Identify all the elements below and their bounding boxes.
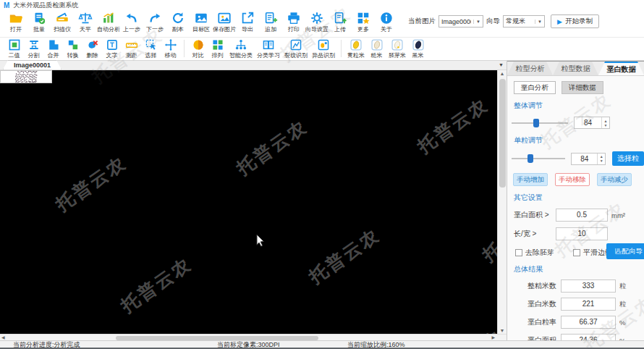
toolbar-button-label: 二值 — [9, 52, 20, 59]
about-icon — [379, 11, 394, 25]
horizontal-scrollbar-thumb[interactable] — [116, 336, 318, 340]
vertical-scrollbar-thumb[interactable] — [499, 79, 506, 188]
checkbox-0[interactable]: 去除胚芽 — [515, 248, 554, 258]
manual-button-1[interactable]: 手动移除 — [555, 173, 590, 186]
toolbar-button-label: 智能分类 — [229, 52, 253, 59]
start-record-button[interactable]: ▶ 开始录制 — [551, 14, 599, 28]
toolbar-button-label: 上一步 — [123, 26, 140, 33]
horizontal-scrollbar[interactable]: ◀ ▶ — [0, 334, 507, 340]
toolbar-button-brown-rice[interactable]: 糙米 — [367, 38, 386, 59]
toolbar-button-label: 打印 — [288, 26, 300, 33]
toolbar-button-merge[interactable]: 合并 — [43, 38, 63, 59]
manual-buttons-row: 手动增加手动移除手动减少 — [513, 173, 644, 186]
toolbar-button-export[interactable]: 导出 — [236, 11, 259, 33]
toolbar-button-binary[interactable]: 二值 — [4, 38, 24, 59]
wizard-select[interactable]: 常规米 ▼ — [503, 15, 545, 28]
status-zoom: 当前缩放比例:160% — [347, 341, 405, 348]
toolbar-button-convert[interactable]: 转换 — [63, 38, 82, 59]
single-adjust-spinbox[interactable]: 84 ▲▼ — [571, 153, 606, 165]
overall-adjust-spinbox[interactable]: 84 ▲▼ — [574, 117, 610, 129]
panel-tab-0[interactable]: 粒型分析 — [507, 62, 553, 75]
export-icon — [240, 11, 255, 25]
spinner-arrows-icon[interactable]: ▲▼ — [597, 154, 605, 164]
crack-recognition-icon — [289, 38, 302, 51]
toolbar-button-next-step[interactable]: 下一步 — [143, 11, 166, 33]
spinner-arrows-icon[interactable]: ▲▼ — [601, 117, 609, 128]
toolbar-button-measure[interactable]: 测距 — [122, 38, 141, 59]
toolbar-button-germ-rice[interactable]: 胚芽米 — [386, 38, 408, 59]
toolbar-button-about[interactable]: 关于 — [375, 11, 398, 33]
toolbar-button-crack-recognition[interactable]: 裂纹识别 — [282, 38, 310, 59]
checkbox-box-icon[interactable] — [573, 249, 580, 256]
rice-grain — [26, 73, 28, 75]
scroll-up-icon[interactable]: ▲ — [498, 71, 507, 76]
toolbar-button-append[interactable]: 追加 — [259, 11, 282, 33]
play-icon: ▶ — [557, 18, 562, 25]
setting-input[interactable]: 10 — [556, 227, 608, 240]
result-unit: % — [619, 319, 625, 327]
single-adjust-slider[interactable] — [512, 154, 565, 164]
match-wizard-button[interactable]: 匹配向导 — [606, 243, 644, 259]
toolbar-button-wizard-settings[interactable]: 向导设置 — [305, 11, 329, 33]
toolbar-button-scanner[interactable]: 扫描仪 — [51, 11, 74, 33]
overall-adjust-slider[interactable] — [512, 118, 568, 128]
result-value: 333 — [561, 279, 616, 293]
toolbar-button-prev-step[interactable]: 上一步 — [120, 11, 143, 33]
single-adjust-row: 84 ▲▼ 选择粒 — [512, 151, 644, 166]
select-grain-button[interactable]: 选择粒 — [612, 151, 644, 166]
rice-grain — [17, 77, 19, 77]
rice-grain — [35, 75, 38, 76]
toolbar-button-label: 选择 — [145, 52, 157, 59]
toolbar-button-split[interactable]: 分割 — [24, 38, 43, 59]
toolbar-button-save-image[interactable]: 保存图片 — [213, 11, 236, 33]
rice-grain — [20, 80, 22, 81]
rice-grain — [24, 80, 26, 81]
tab-list-caret-icon[interactable]: ▼ — [499, 62, 504, 67]
toolbar-button-select[interactable]: 选择 — [141, 38, 161, 59]
rice-grain — [33, 76, 35, 77]
toolbar-button-balance[interactable]: 天平 — [74, 11, 97, 33]
slider-thumb[interactable] — [533, 119, 539, 127]
toolbar-button-delete[interactable]: 删除 — [82, 38, 102, 59]
toolbar-button-more[interactable]: 更多 — [352, 11, 375, 33]
scroll-down-icon[interactable]: ▼ — [498, 328, 507, 333]
toolbar-button-label: 更多 — [357, 26, 369, 33]
toolbar-button-yellow-rice[interactable]: 黄粒米 — [345, 38, 367, 59]
toolbar-button-compare[interactable]: 对比 — [188, 38, 208, 59]
rice-grain — [28, 76, 30, 77]
toolbar-button-move[interactable]: 移动 — [161, 38, 180, 59]
rice-grain — [26, 75, 27, 77]
manual-button-2[interactable]: 手动减少 — [597, 173, 632, 186]
toolbar-button-target-area[interactable]: 目标区 — [190, 11, 213, 33]
current-image-select[interactable]: Image00001 ▼ — [438, 15, 483, 28]
chalk-analyze-button[interactable]: 垩白分析 — [514, 81, 556, 94]
vertical-scrollbar[interactable]: ▲ ▼ — [497, 70, 507, 334]
panel-tab-2[interactable]: 垩白数据 — [598, 62, 644, 75]
toolbar-button-text[interactable]: 文字 — [102, 38, 122, 59]
mouse-cursor — [256, 234, 266, 248]
toolbar-button-classify-learning[interactable]: 分类学习 — [255, 38, 282, 59]
toolbar-button-open[interactable]: 打开 — [4, 11, 27, 33]
detail-data-button[interactable]: 详细数据 — [562, 81, 603, 94]
toolbar-button-upload[interactable]: 上传 — [329, 11, 352, 33]
toolbar-button-arrange[interactable]: 排列 — [208, 38, 227, 59]
smart-classify-icon — [234, 38, 247, 51]
toolbar-button-smart-classify[interactable]: 智能分类 — [227, 38, 255, 59]
wizard-label: 向导 — [486, 17, 500, 26]
manual-button-0[interactable]: 手动增加 — [513, 173, 548, 186]
toolbar-button-foreign-recognition[interactable]: 异品识别 — [310, 38, 337, 59]
toolbar-button-duplicate[interactable]: 副本 — [166, 11, 190, 33]
toolbar-button-black-rice[interactable]: 黑米 — [408, 38, 428, 59]
toolbar-button-print[interactable]: 打印 — [282, 11, 305, 33]
overall-adjust-title: 整体调节 — [514, 101, 644, 111]
toolbar-button-batch[interactable]: 批量 — [27, 11, 51, 33]
panel-tab-1[interactable]: 粒型数据 — [553, 62, 598, 75]
setting-input[interactable]: 0.5 — [556, 209, 608, 222]
more-icon — [356, 11, 370, 25]
toolbar-button-label: 文字 — [106, 52, 118, 59]
toolbar-button-auto-analyze[interactable]: 自动分析 — [97, 11, 120, 33]
slider-thumb[interactable] — [528, 154, 533, 163]
image-canvas[interactable]: 托普云农托普云农托普云农托普云农托普云农托普云农托普云农托普云农托普云农 — [0, 70, 497, 334]
checkbox-box-icon[interactable] — [515, 249, 522, 256]
document-tab[interactable]: Image00001 — [3, 60, 62, 70]
